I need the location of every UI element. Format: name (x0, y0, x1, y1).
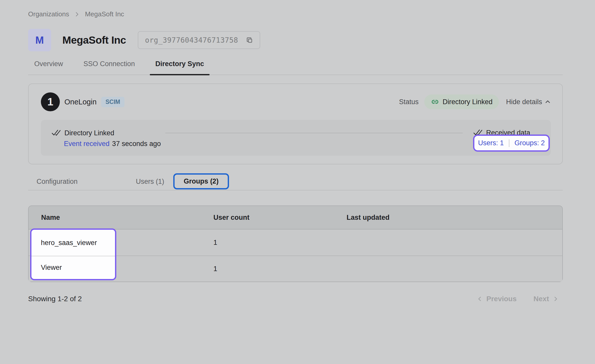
timeline-step-received-data: Received data Users: 1 Groups: 2 (473, 128, 550, 152)
panel-header: 1 OneLogin SCIM Status Directory Linked (41, 92, 551, 111)
status-badge: Directory Linked (424, 94, 499, 109)
groups-table: Name User count Last updated 1 1 hero_sa… (28, 205, 563, 282)
cell-user-count: 1 (213, 239, 347, 247)
sync-timeline: Directory Linked Event received 37 secon… (41, 120, 551, 156)
event-time: 37 seconds ago (112, 140, 161, 148)
previous-label: Previous (486, 295, 517, 303)
next-button[interactable]: Next (533, 295, 559, 303)
breadcrumb-current-org: MegaSoft Inc (85, 10, 124, 18)
cell-name[interactable]: Viewer (31, 256, 115, 279)
timeline-step-title: Directory Linked (64, 129, 114, 137)
hide-details-button[interactable]: Hide details (506, 98, 551, 106)
next-label: Next (533, 295, 549, 303)
column-header-name: Name (29, 214, 213, 222)
count-separator (509, 139, 509, 147)
hide-details-label: Hide details (506, 98, 542, 106)
groups-count-link[interactable]: Groups: 2 (514, 139, 545, 147)
tab-users[interactable]: Users (1) (136, 178, 164, 186)
tab-directory-sync[interactable]: Directory Sync (155, 60, 204, 75)
scim-badge: SCIM (101, 97, 125, 107)
timeline-step-directory-linked: Directory Linked Event received 37 secon… (51, 129, 161, 156)
status-value: Directory Linked (443, 98, 493, 106)
column-header-user-count: User count (213, 214, 347, 222)
cell-name[interactable]: hero_saas_viewer (31, 230, 115, 256)
breadcrumb-organizations[interactable]: Organizations (28, 10, 69, 18)
users-count-link[interactable]: Users: 1 (478, 139, 504, 147)
page-title: MegaSoft Inc (62, 34, 126, 46)
tab-groups[interactable]: Groups (2) (184, 177, 219, 185)
avatar: M (28, 29, 51, 51)
chevron-right-icon (553, 296, 559, 302)
page: Organizations MegaSoft Inc M MegaSoft In… (0, 0, 595, 364)
copy-button[interactable] (245, 35, 254, 45)
link-icon (431, 98, 439, 106)
pagination: Previous Next (477, 295, 559, 303)
event-received-link[interactable]: Event received (64, 140, 110, 148)
org-id-value: org_39776043476713758 (145, 36, 238, 44)
onelogin-logo-icon: 1 (41, 92, 60, 111)
provider-name: OneLogin (64, 98, 97, 106)
table-footer: Showing 1-2 of 2 Previous Next (28, 295, 563, 303)
timeline-connector (165, 133, 463, 133)
org-header: M MegaSoft Inc org_39776043476713758 (28, 29, 563, 51)
breadcrumb: Organizations MegaSoft Inc (28, 10, 563, 18)
main-tabs: Overview SSO Connection Directory Sync (28, 60, 563, 75)
directory-sync-panel: 1 OneLogin SCIM Status Directory Linked (28, 83, 563, 164)
previous-button[interactable]: Previous (477, 295, 517, 303)
table-header-row: Name User count Last updated (29, 206, 562, 229)
chevron-right-icon (74, 11, 80, 17)
cell-user-count: 1 (213, 265, 347, 273)
results-summary: Showing 1-2 of 2 (28, 295, 82, 303)
tab-configuration[interactable]: Configuration (37, 178, 78, 186)
group-names-annotation: hero_saas_viewer Viewer (30, 228, 116, 280)
received-counts-annotation: Users: 1 Groups: 2 (473, 135, 550, 152)
chevron-up-icon (545, 99, 551, 105)
tab-groups-annotation[interactable]: Groups (2) (173, 173, 229, 189)
org-id-chip: org_39776043476713758 (138, 31, 260, 49)
tab-overview[interactable]: Overview (34, 60, 63, 75)
directory-sub-tabs: Configuration Users (1) Groups (2) (28, 173, 563, 190)
tab-sso-connection[interactable]: SSO Connection (84, 60, 135, 75)
column-header-last-updated: Last updated (347, 214, 562, 222)
chevron-left-icon (477, 296, 483, 302)
double-check-icon (51, 129, 61, 137)
status-label: Status (399, 98, 419, 106)
panel-header-right: Status Directory Linked Hide details (399, 94, 551, 109)
copy-icon (245, 35, 254, 45)
